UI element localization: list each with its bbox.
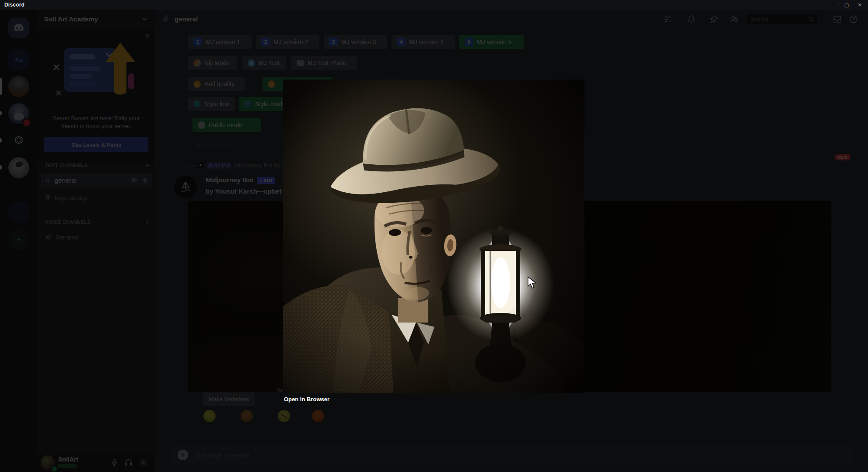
app-title: Discord [4, 2, 24, 8]
discord-app: Discord ─ ▢ ✕ As + [0, 0, 868, 472]
close-button[interactable]: ✕ [853, 0, 866, 10]
window-controls: ─ ▢ ✕ [827, 0, 866, 10]
mouse-cursor-icon [527, 276, 538, 289]
titlebar: Discord ─ ▢ ✕ [0, 0, 868, 10]
maximize-button[interactable]: ▢ [840, 0, 853, 10]
lightbox-image[interactable] [283, 80, 584, 393]
open-in-browser-link[interactable]: Open in Browser [284, 396, 329, 403]
minimize-button[interactable]: ─ [827, 0, 840, 10]
